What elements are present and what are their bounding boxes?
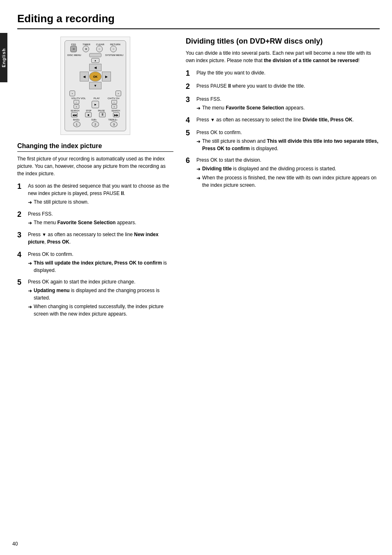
right-step-4-num: 4 xyxy=(186,116,196,125)
left-step-3-content: Press ▼ as often as necessary to select … xyxy=(28,231,173,246)
page-title: Editing a recording xyxy=(17,12,380,29)
right-section-desc: You can divide a title into several part… xyxy=(186,49,380,64)
left-step-1-content: As soon as the desired sequence that you… xyxy=(28,182,173,206)
left-step-1-num: 1 xyxy=(17,182,28,191)
left-step-5: 5 Press OK again to start the index pict… xyxy=(17,278,173,318)
right-step-3-num: 3 xyxy=(186,95,196,104)
right-step-5-content: Press OK to confirm. ➜ The still picture… xyxy=(196,129,380,152)
remote-image: FSS ⊙ TIMER ⊕ CLEAR ○ RETURN xyxy=(65,40,126,131)
right-step-6-content: Press OK to start the division. ➜ Dividi… xyxy=(196,156,380,189)
right-step-1-content: Play the title you want to divide. xyxy=(196,69,380,77)
page-number: 40 xyxy=(12,541,18,547)
left-step-4: 4 Press OK to confirm. ➜ This will updat… xyxy=(17,251,173,274)
left-step-4-content: Press OK to confirm. ➜ This will update … xyxy=(28,251,173,274)
right-step-2-content: Press PAUSE II where you want to divide … xyxy=(196,82,380,91)
right-step-4-content: Press ▼ as often as necessary to select … xyxy=(196,116,380,124)
left-section-title: Changing the index picture xyxy=(17,142,173,152)
left-column: FSS ⊙ TIMER ⊕ CLEAR ○ RETURN xyxy=(17,37,173,322)
left-step-3: 3 Press ▼ as often as necessary to selec… xyxy=(17,231,173,246)
left-step-1: 1 As soon as the desired sequence that y… xyxy=(17,182,173,206)
remote-diagram: FSS ⊙ TIMER ⊕ CLEAR ○ RETURN xyxy=(60,37,130,135)
sidebar-english: English xyxy=(0,33,7,82)
left-step-5-num: 5 xyxy=(17,278,28,287)
right-step-4: 4 Press ▼ as often as necessary to selec… xyxy=(186,116,380,125)
left-step-5-content: Press OK again to start the index pictur… xyxy=(28,278,173,318)
right-step-6-num: 6 xyxy=(186,156,196,165)
left-step-2: 2 Press FSS. ➜ The menu Favorite Scene S… xyxy=(17,210,173,227)
left-step-3-num: 3 xyxy=(17,231,28,240)
right-section-title: Dividing titles (on DVD+RW discs only) xyxy=(186,37,380,46)
right-step-6: 6 Press OK to start the division. ➜ Divi… xyxy=(186,156,380,189)
left-step-2-content: Press FSS. ➜ The menu Favorite Scene Sel… xyxy=(28,210,173,227)
left-step-2-num: 2 xyxy=(17,210,28,219)
right-step-2-num: 2 xyxy=(186,82,196,91)
left-section-desc: The first picture of your recording is a… xyxy=(17,155,173,177)
right-step-5-num: 5 xyxy=(186,129,196,138)
right-column: Dividing titles (on DVD+RW discs only) Y… xyxy=(186,37,380,322)
right-step-1: 1 Play the title you want to divide. xyxy=(186,69,380,78)
right-step-3-content: Press FSS. ➜ The menu Favorite Scene Sel… xyxy=(196,95,380,112)
sidebar-label-text: English xyxy=(1,48,6,67)
right-step-1-num: 1 xyxy=(186,69,196,78)
left-step-4-num: 4 xyxy=(17,251,28,260)
right-step-3: 3 Press FSS. ➜ The menu Favorite Scene S… xyxy=(186,95,380,112)
right-step-2: 2 Press PAUSE II where you want to divid… xyxy=(186,82,380,91)
right-step-5: 5 Press OK to confirm. ➜ The still pictu… xyxy=(186,129,380,152)
